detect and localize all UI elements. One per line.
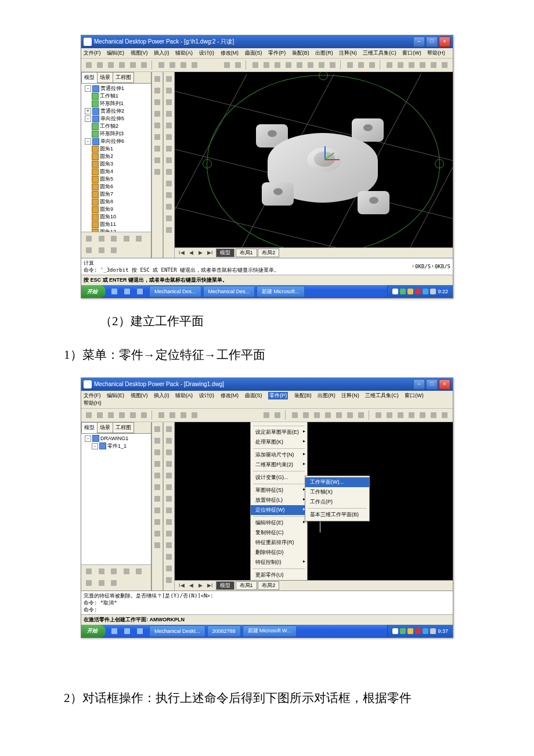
tool-icon[interactable]: [84, 245, 94, 255]
text-icon[interactable]: [152, 540, 163, 550]
save-icon[interactable]: [106, 410, 116, 420]
tool-icon[interactable]: [152, 167, 163, 177]
menu-item[interactable]: 零件(P): [251, 422, 307, 424]
expand-toggle-icon[interactable]: -: [85, 138, 91, 145]
tree-node[interactable]: 环形阵列1: [82, 100, 150, 107]
command-line[interactable]: 计算 命令: '_3dorbit 按 ESC 或 ENTER 键退出，或者单击鼠…: [81, 258, 453, 275]
tree-node[interactable]: -DRAWING1: [82, 435, 150, 442]
tab-layout2[interactable]: 布局2: [258, 249, 279, 257]
taskbar-item[interactable]: Mechanical Des...: [149, 286, 201, 297]
tool-icon[interactable]: [189, 60, 200, 70]
menu-item[interactable]: 设定新草图平面(E): [251, 427, 307, 437]
poly-icon[interactable]: [152, 505, 163, 516]
tool-icon[interactable]: [164, 552, 174, 562]
tool-icon[interactable]: [164, 494, 174, 504]
view-icon[interactable]: [250, 60, 261, 70]
feature-tree[interactable]: -贯通拉伸1工作轴1环形阵列1+贯通拉伸2-单向拉伸5工作轴2环形阵列3-单向拉…: [81, 84, 151, 232]
tray-icon[interactable]: [407, 289, 413, 294]
tab-layout1[interactable]: 布局1: [236, 249, 257, 257]
tool-icon[interactable]: [417, 410, 428, 420]
save-icon[interactable]: [106, 60, 116, 70]
preview-icon[interactable]: [128, 60, 138, 70]
tool-icon[interactable]: [384, 60, 395, 70]
menu-item[interactable]: 二维草图约束(2): [251, 460, 307, 470]
tool-icon[interactable]: [417, 60, 428, 70]
tray-icon[interactable]: [430, 289, 436, 294]
tool-icon[interactable]: [164, 213, 174, 224]
menu-3dtools[interactable]: 三维工具集(C): [363, 49, 396, 57]
new-icon[interactable]: [84, 410, 94, 420]
point-icon[interactable]: [152, 528, 163, 539]
tool-icon[interactable]: [152, 85, 163, 96]
menu-annotate[interactable]: 注释(N): [339, 49, 357, 57]
start-button[interactable]: 开始: [81, 625, 106, 638]
expand-toggle-icon[interactable]: -: [85, 85, 91, 92]
menu-file[interactable]: 文件(F): [84, 392, 101, 399]
view-icon[interactable]: [327, 60, 338, 70]
tree-node[interactable]: 圆角10: [82, 213, 150, 221]
tool-icon[interactable]: [152, 155, 163, 165]
tab-nav-prev[interactable]: ◀: [187, 582, 195, 588]
tab-model[interactable]: 模型: [81, 422, 98, 433]
maximize-button[interactable]: □: [426, 379, 438, 390]
quicklaunch-icon[interactable]: [135, 286, 145, 297]
tab-drawing[interactable]: 工程图: [113, 422, 134, 433]
tab-nav-next[interactable]: ▶: [197, 250, 204, 255]
tree-node[interactable]: 工作轴1: [82, 92, 150, 100]
expand-toggle-icon[interactable]: -: [85, 116, 91, 122]
menu-item[interactable]: 特征控制(I): [251, 557, 307, 567]
quicklaunch-icon[interactable]: [122, 626, 132, 636]
tool-icon[interactable]: [395, 410, 406, 420]
tree-node[interactable]: 圆角6: [82, 183, 150, 190]
help-icon[interactable]: [156, 60, 167, 70]
menu-insert[interactable]: 插入(I): [154, 49, 169, 57]
circle-icon[interactable]: [152, 459, 163, 469]
tool-icon[interactable]: [164, 482, 174, 492]
view-icon[interactable]: [316, 60, 327, 70]
hatch-icon[interactable]: [152, 517, 163, 527]
tool-icon[interactable]: [96, 566, 107, 577]
menu-edit[interactable]: 编辑(E): [107, 392, 124, 399]
layer-icon[interactable]: [139, 60, 149, 70]
tab-nav-prev[interactable]: ◀: [187, 250, 195, 255]
view-icon[interactable]: [334, 410, 344, 420]
tool-icon[interactable]: [164, 201, 174, 212]
menu-item[interactable]: 工作轴(X): [305, 487, 369, 497]
tray-icon[interactable]: [415, 628, 421, 634]
line-icon[interactable]: [152, 424, 163, 434]
new-icon[interactable]: [84, 60, 94, 70]
open-icon[interactable]: [95, 60, 105, 70]
menu-file[interactable]: 文件(F): [84, 49, 101, 57]
print-icon[interactable]: [117, 410, 127, 420]
maximize-button[interactable]: □: [426, 37, 438, 47]
tool-icon[interactable]: [152, 120, 163, 131]
tool-icon[interactable]: [345, 60, 355, 70]
tool-icon[interactable]: [164, 190, 174, 200]
tab-nav-first[interactable]: I◀: [177, 582, 186, 588]
print-icon[interactable]: [117, 60, 127, 70]
tool-icon[interactable]: [164, 225, 174, 235]
quicklaunch-icon[interactable]: [122, 286, 132, 297]
tree-node[interactable]: 圆角7: [82, 190, 150, 198]
rect-icon[interactable]: [152, 494, 163, 504]
tool-icon[interactable]: [152, 74, 163, 84]
tab-layout1[interactable]: 布局1: [236, 581, 257, 590]
menu-item[interactable]: 工作平面(W)...: [305, 477, 369, 487]
spline-icon[interactable]: [152, 470, 163, 481]
tab-nav-last[interactable]: ▶I: [205, 250, 215, 255]
view-icon[interactable]: [305, 60, 316, 70]
menu-design[interactable]: 设计(I): [199, 49, 215, 57]
view-icon[interactable]: [294, 60, 305, 70]
command-line[interactable]: 完显的特征将被删除。是否继续？[是(Y)/否(N)]<N>: 命令: *取消* …: [81, 591, 453, 614]
tree-node[interactable]: -单向拉伸6: [82, 138, 150, 145]
menu-item[interactable]: 设计变量(G)...: [251, 473, 307, 483]
menu-item[interactable]: 处理草图(K): [251, 437, 307, 447]
taskbar-item[interactable]: Mechanical Deskt...: [149, 625, 205, 637]
tool-icon[interactable]: [84, 578, 94, 588]
menu-item[interactable]: 编辑特征(E): [251, 518, 307, 528]
preview-icon[interactable]: [128, 410, 138, 420]
undo-icon[interactable]: [261, 410, 272, 420]
tool-icon[interactable]: [96, 245, 107, 255]
tool-icon[interactable]: [121, 566, 132, 577]
tab-nav-first[interactable]: I◀: [177, 250, 186, 255]
